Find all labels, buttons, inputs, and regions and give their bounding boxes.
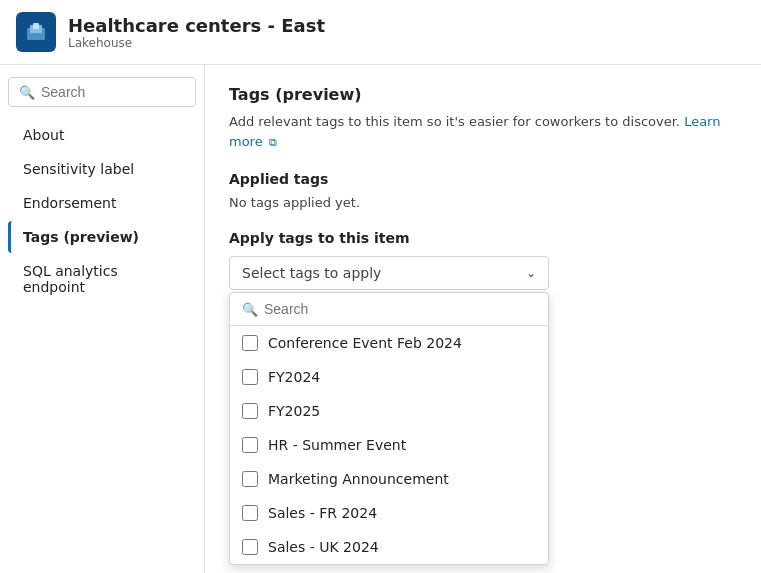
tag-checkbox-sales-fr[interactable] [242,505,258,521]
tag-option-sales-uk[interactable]: Sales - UK 2024 [230,530,548,564]
tag-label-fy2024: FY2024 [268,369,320,385]
tags-dropdown-panel: 🔍 Conference Event Feb 2024 FY2024 FY20 [229,292,549,565]
tag-label-sales-uk: Sales - UK 2024 [268,539,379,555]
tag-label-conf-event: Conference Event Feb 2024 [268,335,462,351]
tag-label-fy2025: FY2025 [268,403,320,419]
sidebar-item-about[interactable]: About [8,119,196,151]
sidebar-item-sensitivity-label[interactable]: Sensitivity label [8,153,196,185]
tags-dropdown-trigger[interactable]: Select tags to apply ⌄ [229,256,549,290]
main-content: Tags (preview) Add relevant tags to this… [205,65,761,573]
dropdown-placeholder-text: Select tags to apply [242,265,381,281]
tag-option-fy2025[interactable]: FY2025 [230,394,548,428]
tag-label-sales-fr: Sales - FR 2024 [268,505,377,521]
tag-option-marketing[interactable]: Marketing Announcement [230,462,548,496]
tag-option-sales-fr[interactable]: Sales - FR 2024 [230,496,548,530]
app-icon [16,12,56,52]
app-header: Healthcare centers - East Lakehouse [0,0,761,65]
section-description: Add relevant tags to this item so it's e… [229,112,737,151]
external-link-icon: ⧉ [269,135,277,152]
page-title: Healthcare centers - East [68,15,325,36]
chevron-down-icon: ⌄ [526,266,536,280]
tag-label-hr-summer: HR - Summer Event [268,437,406,453]
search-icon: 🔍 [19,85,35,100]
section-title: Tags (preview) [229,85,737,104]
sidebar: 🔍 About Sensitivity label Endorsement Ta… [0,65,205,573]
tag-label-marketing: Marketing Announcement [268,471,449,487]
tag-option-conf-event[interactable]: Conference Event Feb 2024 [230,326,548,360]
sidebar-search-box[interactable]: 🔍 [8,77,196,107]
tag-checkbox-fy2024[interactable] [242,369,258,385]
main-layout: 🔍 About Sensitivity label Endorsement Ta… [0,65,761,573]
dropdown-list: Conference Event Feb 2024 FY2024 FY2025 … [230,326,548,564]
dropdown-search-box[interactable]: 🔍 [230,293,548,326]
page-subtitle: Lakehouse [68,36,325,50]
tag-checkbox-conf-event[interactable] [242,335,258,351]
tags-dropdown-wrapper: Select tags to apply ⌄ 🔍 Conference Even… [229,256,549,290]
sidebar-item-endorsement[interactable]: Endorsement [8,187,196,219]
sidebar-item-sql-analytics[interactable]: SQL analytics endpoint [8,255,196,303]
no-tags-text: No tags applied yet. [229,195,737,210]
header-text: Healthcare centers - East Lakehouse [68,15,325,50]
dropdown-search-input[interactable] [264,301,536,317]
sidebar-item-tags-preview[interactable]: Tags (preview) [8,221,196,253]
tag-checkbox-marketing[interactable] [242,471,258,487]
applied-tags-title: Applied tags [229,171,737,187]
sidebar-search-input[interactable] [41,84,185,100]
apply-tags-title: Apply tags to this item [229,230,737,246]
svg-rect-2 [33,23,39,29]
tag-option-hr-summer[interactable]: HR - Summer Event [230,428,548,462]
dropdown-search-icon: 🔍 [242,302,258,317]
tag-option-fy2024[interactable]: FY2024 [230,360,548,394]
tag-checkbox-hr-summer[interactable] [242,437,258,453]
tag-checkbox-sales-uk[interactable] [242,539,258,555]
tag-checkbox-fy2025[interactable] [242,403,258,419]
